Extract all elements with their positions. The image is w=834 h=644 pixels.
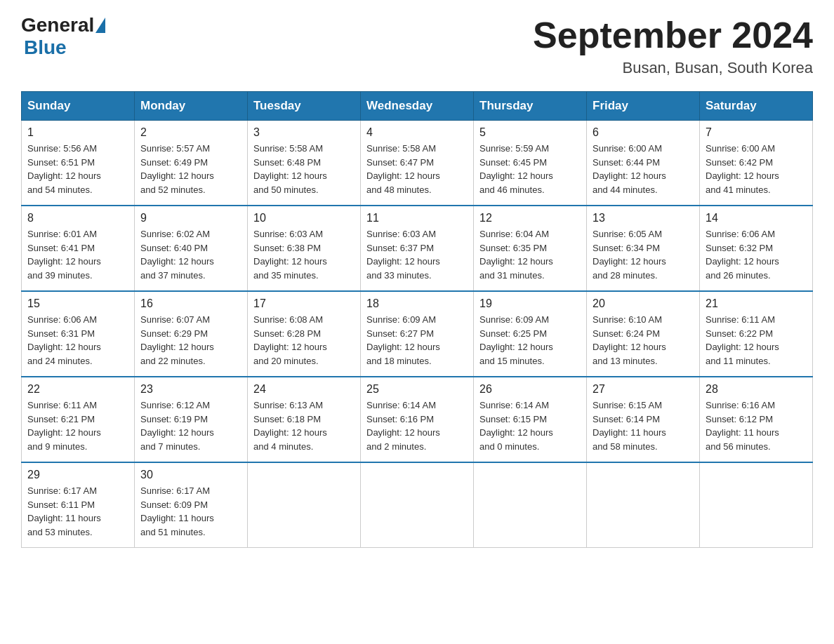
calendar-cell: 14 Sunrise: 6:06 AMSunset: 6:32 PMDaylig…	[700, 206, 813, 291]
day-info: Sunrise: 6:03 AMSunset: 6:37 PMDaylight:…	[366, 227, 468, 282]
day-info: Sunrise: 6:15 AMSunset: 6:14 PMDaylight:…	[593, 398, 694, 453]
calendar-cell: 27 Sunrise: 6:15 AMSunset: 6:14 PMDaylig…	[587, 377, 700, 462]
calendar-cell	[361, 462, 474, 548]
day-number: 25	[366, 383, 468, 396]
week-row-2: 8 Sunrise: 6:01 AMSunset: 6:41 PMDayligh…	[22, 206, 813, 291]
calendar-cell: 28 Sunrise: 6:16 AMSunset: 6:12 PMDaylig…	[700, 377, 813, 462]
day-number: 23	[140, 383, 241, 396]
week-row-3: 15 Sunrise: 6:06 AMSunset: 6:31 PMDaylig…	[22, 291, 813, 377]
logo: General Blue	[21, 14, 107, 59]
day-number: 5	[479, 126, 581, 139]
calendar-cell: 16 Sunrise: 6:07 AMSunset: 6:29 PMDaylig…	[135, 291, 248, 377]
day-info: Sunrise: 6:17 AMSunset: 6:09 PMDaylight:…	[140, 484, 241, 539]
day-number: 2	[140, 126, 241, 139]
header-tuesday: Tuesday	[248, 92, 361, 121]
calendar-cell: 3 Sunrise: 5:58 AMSunset: 6:48 PMDayligh…	[248, 121, 361, 206]
calendar-cell: 25 Sunrise: 6:14 AMSunset: 6:16 PMDaylig…	[361, 377, 474, 462]
calendar-cell: 2 Sunrise: 5:57 AMSunset: 6:49 PMDayligh…	[135, 121, 248, 206]
calendar-cell: 21 Sunrise: 6:11 AMSunset: 6:22 PMDaylig…	[700, 291, 813, 377]
calendar-cell: 29 Sunrise: 6:17 AMSunset: 6:11 PMDaylig…	[22, 462, 135, 548]
day-info: Sunrise: 6:03 AMSunset: 6:38 PMDaylight:…	[253, 227, 355, 282]
day-info: Sunrise: 6:11 AMSunset: 6:21 PMDaylight:…	[27, 398, 128, 453]
calendar-cell: 30 Sunrise: 6:17 AMSunset: 6:09 PMDaylig…	[135, 462, 248, 548]
day-number: 12	[479, 212, 581, 224]
calendar-cell	[587, 462, 700, 548]
header-thursday: Thursday	[474, 92, 587, 121]
day-info: Sunrise: 6:10 AMSunset: 6:24 PMDaylight:…	[593, 313, 694, 368]
header: General Blue September 2024 Busan, Busan…	[21, 14, 813, 77]
day-number: 8	[27, 212, 128, 224]
week-row-4: 22 Sunrise: 6:11 AMSunset: 6:21 PMDaylig…	[22, 377, 813, 462]
day-info: Sunrise: 6:09 AMSunset: 6:25 PMDaylight:…	[479, 313, 581, 368]
day-number: 21	[706, 297, 807, 310]
header-wednesday: Wednesday	[361, 92, 474, 121]
calendar-cell: 18 Sunrise: 6:09 AMSunset: 6:27 PMDaylig…	[361, 291, 474, 377]
calendar-cell: 15 Sunrise: 6:06 AMSunset: 6:31 PMDaylig…	[22, 291, 135, 377]
calendar-cell	[700, 462, 813, 548]
day-info: Sunrise: 6:14 AMSunset: 6:16 PMDaylight:…	[366, 398, 468, 453]
day-info: Sunrise: 5:58 AMSunset: 6:48 PMDaylight:…	[253, 142, 355, 196]
day-number: 18	[366, 297, 468, 310]
day-number: 7	[706, 126, 807, 139]
calendar-cell: 22 Sunrise: 6:11 AMSunset: 6:21 PMDaylig…	[22, 377, 135, 462]
day-info: Sunrise: 6:04 AMSunset: 6:35 PMDaylight:…	[479, 227, 581, 282]
day-number: 11	[366, 212, 468, 224]
calendar-cell: 12 Sunrise: 6:04 AMSunset: 6:35 PMDaylig…	[474, 206, 587, 291]
day-number: 30	[140, 469, 241, 481]
header-monday: Monday	[135, 92, 248, 121]
calendar-cell: 17 Sunrise: 6:08 AMSunset: 6:28 PMDaylig…	[248, 291, 361, 377]
logo-triangle-icon	[95, 18, 105, 33]
calendar-cell: 1 Sunrise: 5:56 AMSunset: 6:51 PMDayligh…	[22, 121, 135, 206]
day-number: 24	[253, 383, 355, 396]
day-info: Sunrise: 6:01 AMSunset: 6:41 PMDaylight:…	[27, 227, 128, 282]
calendar-cell: 26 Sunrise: 6:14 AMSunset: 6:15 PMDaylig…	[474, 377, 587, 462]
day-number: 17	[253, 297, 355, 310]
day-info: Sunrise: 6:05 AMSunset: 6:34 PMDaylight:…	[593, 227, 694, 282]
week-row-5: 29 Sunrise: 6:17 AMSunset: 6:11 PMDaylig…	[22, 462, 813, 548]
calendar-cell: 20 Sunrise: 6:10 AMSunset: 6:24 PMDaylig…	[587, 291, 700, 377]
day-number: 3	[253, 126, 355, 139]
calendar-cell: 13 Sunrise: 6:05 AMSunset: 6:34 PMDaylig…	[587, 206, 700, 291]
header-friday: Friday	[587, 92, 700, 121]
calendar-table: Sunday Monday Tuesday Wednesday Thursday…	[21, 91, 813, 548]
day-number: 26	[479, 383, 581, 396]
day-info: Sunrise: 6:16 AMSunset: 6:12 PMDaylight:…	[706, 398, 807, 453]
day-number: 20	[593, 297, 694, 310]
header-sunday: Sunday	[22, 92, 135, 121]
month-title: September 2024	[533, 14, 813, 56]
calendar-cell: 9 Sunrise: 6:02 AMSunset: 6:40 PMDayligh…	[135, 206, 248, 291]
day-info: Sunrise: 6:14 AMSunset: 6:15 PMDaylight:…	[479, 398, 581, 453]
calendar-cell: 24 Sunrise: 6:13 AMSunset: 6:18 PMDaylig…	[248, 377, 361, 462]
day-number: 13	[593, 212, 694, 224]
calendar-cell: 6 Sunrise: 6:00 AMSunset: 6:44 PMDayligh…	[587, 121, 700, 206]
calendar-cell	[248, 462, 361, 548]
calendar-cell: 5 Sunrise: 5:59 AMSunset: 6:45 PMDayligh…	[474, 121, 587, 206]
day-number: 22	[27, 383, 128, 396]
day-info: Sunrise: 6:06 AMSunset: 6:32 PMDaylight:…	[706, 227, 807, 282]
day-info: Sunrise: 6:17 AMSunset: 6:11 PMDaylight:…	[27, 484, 128, 539]
day-number: 28	[706, 383, 807, 396]
day-info: Sunrise: 6:06 AMSunset: 6:31 PMDaylight:…	[27, 313, 128, 368]
calendar-cell: 8 Sunrise: 6:01 AMSunset: 6:41 PMDayligh…	[22, 206, 135, 291]
day-number: 1	[27, 126, 128, 139]
title-area: September 2024 Busan, Busan, South Korea	[533, 14, 813, 77]
day-number: 15	[27, 297, 128, 310]
day-info: Sunrise: 5:57 AMSunset: 6:49 PMDaylight:…	[140, 142, 241, 196]
day-number: 19	[479, 297, 581, 310]
day-number: 14	[706, 212, 807, 224]
calendar-cell: 23 Sunrise: 6:12 AMSunset: 6:19 PMDaylig…	[135, 377, 248, 462]
calendar-cell: 7 Sunrise: 6:00 AMSunset: 6:42 PMDayligh…	[700, 121, 813, 206]
day-info: Sunrise: 5:56 AMSunset: 6:51 PMDaylight:…	[27, 142, 128, 196]
day-info: Sunrise: 6:00 AMSunset: 6:42 PMDaylight:…	[706, 142, 807, 196]
calendar-cell: 10 Sunrise: 6:03 AMSunset: 6:38 PMDaylig…	[248, 206, 361, 291]
day-info: Sunrise: 6:02 AMSunset: 6:40 PMDaylight:…	[140, 227, 241, 282]
week-row-1: 1 Sunrise: 5:56 AMSunset: 6:51 PMDayligh…	[22, 121, 813, 206]
location-title: Busan, Busan, South Korea	[533, 59, 813, 77]
day-info: Sunrise: 6:07 AMSunset: 6:29 PMDaylight:…	[140, 313, 241, 368]
day-number: 9	[140, 212, 241, 224]
header-saturday: Saturday	[700, 92, 813, 121]
day-info: Sunrise: 5:58 AMSunset: 6:47 PMDaylight:…	[366, 142, 468, 196]
day-info: Sunrise: 6:00 AMSunset: 6:44 PMDaylight:…	[593, 142, 694, 196]
logo-blue: Blue	[24, 36, 67, 58]
day-number: 10	[253, 212, 355, 224]
